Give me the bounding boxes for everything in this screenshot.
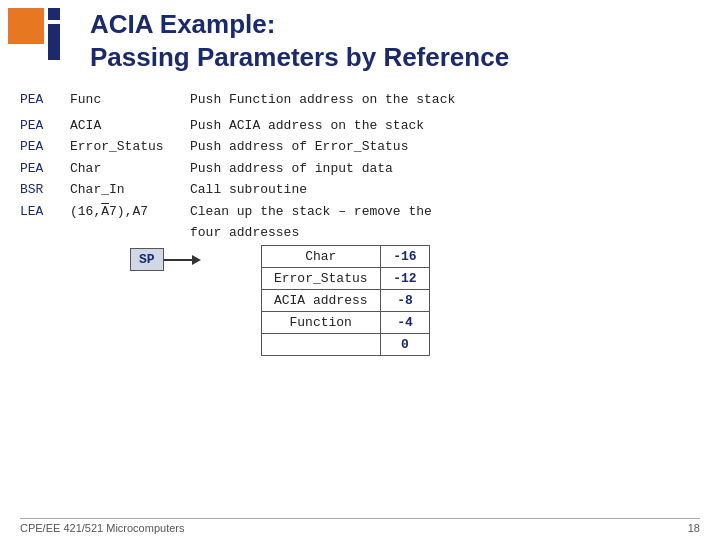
- stack-cell-func-label: Function: [261, 312, 380, 334]
- page-header: ACIA Example: Passing Parameters by Refe…: [90, 8, 710, 73]
- operand-6: (16,A7),A7: [70, 202, 190, 222]
- stack-cell-char-label: Char: [261, 246, 380, 268]
- stack-row-acia: ACIA address -8: [261, 290, 429, 312]
- navy-square-top: [48, 8, 60, 20]
- comment-2: Push ACIA address on the stack: [190, 116, 500, 136]
- code-row-3: PEA Error_Status Push address of Error_S…: [20, 137, 500, 157]
- comment-5: Call subroutine: [190, 180, 500, 200]
- mnemonic-2: PEA: [20, 116, 70, 136]
- main-content: PEA Func Push Function address on the st…: [20, 90, 700, 510]
- mnemonic-1: PEA: [20, 90, 70, 110]
- operand-4: Char: [70, 159, 190, 179]
- stack-row-char: Char -16: [261, 246, 429, 268]
- stack-cell-zero-label: [261, 334, 380, 356]
- stack-row-zero: 0: [261, 334, 429, 356]
- footer-left: CPE/EE 421/521 Microcomputers: [20, 522, 184, 534]
- comment-6b: four addresses: [190, 223, 500, 243]
- operand-1: Func: [70, 90, 190, 110]
- sp-label: SP: [130, 248, 164, 271]
- stack-row-errorstatus: Error_Status -12: [261, 268, 429, 290]
- mnemonic-4: PEA: [20, 159, 70, 179]
- page-title: ACIA Example: Passing Parameters by Refe…: [90, 8, 710, 73]
- mnemonic-5: BSR: [20, 180, 70, 200]
- mnemonic-6: LEA: [20, 202, 70, 222]
- comment-4: Push address of input data: [190, 159, 500, 179]
- stack-cell-error-offset: -12: [380, 268, 429, 290]
- stack-cell-func-offset: -4: [380, 312, 429, 334]
- code-row-6b: four addresses: [20, 223, 500, 243]
- code-row-6: LEA (16,A7),A7 Clean up the stack – remo…: [20, 202, 500, 222]
- footer-right: 18: [688, 522, 700, 534]
- operand-5: Char_In: [70, 180, 190, 200]
- comment-6: Clean up the stack – remove the: [190, 202, 500, 222]
- navy-square-side: [48, 24, 60, 60]
- stack-diagram: SP Char -16 Error_Status -12 ACIA a: [130, 245, 430, 356]
- code-row-4: PEA Char Push address of input data: [20, 159, 500, 179]
- operand-3: Error_Status: [70, 137, 190, 157]
- comment-1: Push Function address on the stack: [190, 90, 500, 110]
- accent-decoration: [0, 0, 80, 80]
- code-row-2: PEA ACIA Push ACIA address on the stack: [20, 116, 500, 136]
- orange-square: [8, 8, 44, 44]
- mnemonic-3: PEA: [20, 137, 70, 157]
- footer: CPE/EE 421/521 Microcomputers 18: [20, 518, 700, 534]
- stack-cell-zero-offset: 0: [380, 334, 429, 356]
- operand-2: ACIA: [70, 116, 190, 136]
- code-section: PEA Func Push Function address on the st…: [20, 90, 500, 245]
- stack-cell-acia-label: ACIA address: [261, 290, 380, 312]
- stack-table: Char -16 Error_Status -12 ACIA address -…: [261, 245, 430, 356]
- stack-cell-char-offset: -16: [380, 246, 429, 268]
- stack-cell-error-label: Error_Status: [261, 268, 380, 290]
- code-row-5: BSR Char_In Call subroutine: [20, 180, 500, 200]
- stack-cell-acia-offset: -8: [380, 290, 429, 312]
- stack-row-function: Function -4: [261, 312, 429, 334]
- comment-3: Push address of Error_Status: [190, 137, 500, 157]
- code-row-1: PEA Func Push Function address on the st…: [20, 90, 500, 110]
